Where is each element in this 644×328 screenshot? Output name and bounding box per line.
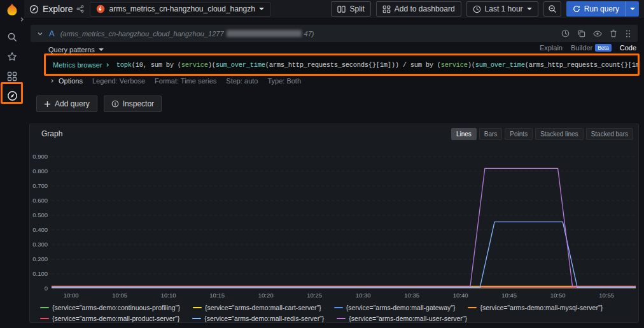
graph-canvas[interactable]: 0.9000.8000.7000.6000.5000.4000.3000.200… bbox=[31, 147, 638, 301]
dashboard-grid-icon bbox=[382, 5, 391, 13]
add-to-dashboard-button[interactable]: Add to dashboard bbox=[376, 1, 461, 17]
search-icon[interactable] bbox=[0, 27, 24, 46]
query-ref-id[interactable]: A bbox=[49, 29, 55, 38]
query-collapse-chevron-icon[interactable] bbox=[37, 31, 43, 37]
graph-panel: Graph LinesBarsPointsStacked linesStacke… bbox=[29, 124, 639, 323]
sidebar-expand-chevron-icon[interactable] bbox=[19, 13, 25, 25]
svg-text:10:05: 10:05 bbox=[112, 292, 127, 299]
options-label: Options bbox=[59, 77, 83, 85]
svg-text:10:25: 10:25 bbox=[307, 292, 322, 299]
promql-editor-row[interactable]: Metrics browser topk(10, sum by (service… bbox=[47, 57, 638, 73]
inspector-info-icon bbox=[111, 100, 119, 108]
datasource-picker[interactable]: arms_metrics_cn-hangzhou_cloud_hangzh bbox=[90, 2, 270, 17]
tab-builder[interactable]: Builder Beta bbox=[571, 44, 612, 52]
legend-label: {service="arms-demo:mall-mysql-server"} bbox=[480, 304, 603, 311]
svg-text:0.300: 0.300 bbox=[32, 241, 48, 248]
query-option-item: Format: Time series bbox=[155, 77, 216, 85]
remove-query-trash-icon[interactable] bbox=[610, 29, 617, 38]
tab-code[interactable]: Code bbox=[620, 44, 636, 52]
inspector-button[interactable]: Inspector bbox=[104, 96, 162, 112]
share-icon[interactable] bbox=[76, 5, 84, 13]
run-query-caret-icon bbox=[630, 8, 635, 10]
legend-item[interactable]: {service="arms-demo:mall-user-server"} bbox=[337, 315, 467, 322]
legend-item[interactable]: {service="arms-demo:mall-cart-server"} bbox=[193, 304, 321, 311]
query-actions: Add query Inspector bbox=[36, 96, 162, 112]
graph-mode-stacked-bars[interactable]: Stacked bars bbox=[586, 128, 633, 140]
grafana-logo[interactable] bbox=[5, 3, 19, 19]
graph-mode-points[interactable]: Points bbox=[505, 128, 533, 140]
topbar-actions: Split Add to dashboard Last 1 hour Run q… bbox=[331, 1, 639, 17]
time-range-label: Last 1 hour bbox=[485, 4, 523, 13]
svg-text:10:40: 10:40 bbox=[453, 292, 468, 299]
svg-text:0.400: 0.400 bbox=[32, 226, 48, 233]
beta-badge: Beta bbox=[595, 44, 612, 52]
time-range-caret-icon bbox=[527, 8, 532, 10]
graph-mode-stacked-lines[interactable]: Stacked lines bbox=[535, 128, 583, 140]
promql-token: topk bbox=[116, 61, 132, 69]
query-history-icon[interactable] bbox=[561, 29, 570, 38]
tab-code-label: Code bbox=[620, 44, 636, 52]
query-preview-suffix: 47) bbox=[304, 30, 314, 38]
metrics-browser-button[interactable]: Metrics browser bbox=[53, 61, 110, 69]
legend-item[interactable]: {service="arms-demo:mall-redis-server"} bbox=[192, 315, 324, 322]
svg-text:10:00: 10:00 bbox=[64, 292, 79, 299]
query-patterns-dropdown[interactable]: Query patterns bbox=[48, 44, 104, 55]
svg-text:10:30: 10:30 bbox=[356, 292, 371, 299]
zoom-out-button[interactable] bbox=[543, 1, 561, 17]
svg-text:0.600: 0.600 bbox=[32, 197, 48, 204]
metrics-browser-chevron-icon bbox=[105, 62, 110, 68]
svg-text:10:10: 10:10 bbox=[161, 292, 176, 299]
explore-title: Explore bbox=[29, 4, 84, 14]
graph-mode-bars[interactable]: Bars bbox=[479, 128, 503, 140]
legend-label: {service="arms-demo:continuous-profiling… bbox=[52, 304, 180, 311]
graph-mode-lines[interactable]: Lines bbox=[451, 128, 477, 140]
explore-icon[interactable] bbox=[0, 86, 24, 106]
legend-color-mark bbox=[334, 307, 343, 308]
svg-text:0.700: 0.700 bbox=[32, 182, 48, 189]
drag-handle-icon[interactable] bbox=[625, 29, 631, 38]
legend-item[interactable]: {service="arms-demo:continuous-profiling… bbox=[40, 304, 180, 311]
page-title: Explore bbox=[43, 4, 73, 14]
legend-label: {service="arms-demo:mall-cart-server"} bbox=[205, 304, 321, 311]
graph-mode-buttons: LinesBarsPointsStacked linesStacked bars bbox=[451, 128, 633, 140]
run-query-dropdown[interactable] bbox=[626, 1, 639, 17]
promql-query[interactable]: topk(10, sum by (service)(sum_over_time(… bbox=[116, 61, 638, 69]
svg-text:0.100: 0.100 bbox=[32, 270, 48, 277]
split-button[interactable]: Split bbox=[331, 1, 370, 17]
svg-text:0.900: 0.900 bbox=[32, 153, 48, 160]
legend-label: {service="arms-demo:mall-user-server"} bbox=[349, 315, 467, 322]
svg-text:10:15: 10:15 bbox=[209, 292, 225, 299]
add-query-label: Add query bbox=[55, 99, 90, 108]
metrics-browser-label: Metrics browser bbox=[53, 61, 102, 69]
starred-icon[interactable] bbox=[0, 46, 24, 66]
run-query-button[interactable]: Run query bbox=[566, 1, 639, 17]
run-query-main[interactable]: Run query bbox=[566, 1, 626, 17]
sidebar bbox=[0, 0, 24, 328]
options-toggle[interactable]: Options bbox=[50, 77, 83, 85]
plus-icon bbox=[44, 101, 51, 108]
dashboards-icon[interactable] bbox=[0, 66, 24, 86]
prometheus-datasource-icon bbox=[96, 4, 105, 13]
tab-explain[interactable]: Explain bbox=[540, 44, 563, 52]
copy-query-icon[interactable] bbox=[577, 29, 585, 38]
add-to-dashboard-label: Add to dashboard bbox=[395, 4, 455, 13]
tab-builder-label: Builder bbox=[571, 44, 592, 52]
legend-item[interactable]: {service="arms-demo:mall-mysql-server"} bbox=[468, 304, 603, 311]
hide-response-eye-icon[interactable] bbox=[593, 30, 602, 38]
svg-text:0.800: 0.800 bbox=[32, 168, 48, 175]
add-query-button[interactable]: Add query bbox=[36, 96, 97, 112]
time-range-picker[interactable]: Last 1 hour bbox=[466, 1, 538, 17]
legend-item[interactable]: {service="arms-demo:mall-gateway"} bbox=[334, 304, 456, 311]
grafana-flame-icon bbox=[5, 3, 19, 17]
promql-token: sum_over_time bbox=[216, 61, 265, 69]
legend-item[interactable]: {service="arms-demo:mall-product-server"… bbox=[40, 315, 179, 322]
svg-text:10:35: 10:35 bbox=[404, 292, 419, 299]
graph-legend: {service="arms-demo:continuous-profiling… bbox=[40, 304, 633, 322]
legend-label: {service="arms-demo:mall-product-server"… bbox=[52, 315, 179, 322]
svg-text:0.200: 0.200 bbox=[32, 255, 48, 262]
promql-token: )( bbox=[208, 61, 216, 69]
query-row-header[interactable]: A (arms_metrics_cn-hangzhou_cloud_hangzh… bbox=[31, 25, 638, 42]
run-query-label: Run query bbox=[584, 4, 619, 13]
topbar: Explore arms_metrics_cn-hangzhou_cloud_h… bbox=[24, 0, 644, 18]
panel-title: Graph bbox=[41, 129, 62, 138]
